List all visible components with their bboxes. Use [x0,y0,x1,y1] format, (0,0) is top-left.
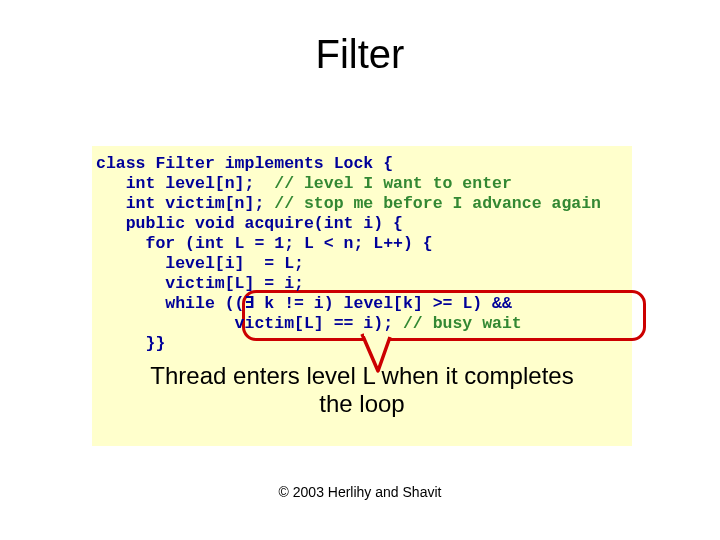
code-line-4: public void acquire(int i) { [96,214,403,233]
code-block: class Filter implements Lock { int level… [92,146,632,446]
explain-line-1: Thread enters level L when it completes [150,362,573,389]
code-line-10: }} [96,334,165,353]
slide-title: Filter [0,32,720,77]
code-line-2a: int level[n]; [96,174,274,193]
code-line-9a: victim[L] == i); [96,314,403,333]
code-line-8: while ((∃ k != i) level[k] >= L) && [96,294,512,313]
code-line-6: level[i] = L; [96,254,304,273]
code-content: class Filter implements Lock { int level… [96,154,628,354]
explanation-text: Thread enters level L when it completes … [92,362,632,418]
explain-line-2: the loop [319,390,404,417]
code-comment-9: // busy wait [403,314,522,333]
code-line-3a: int victim[n]; [96,194,274,213]
code-line-1: class Filter implements Lock { [96,154,393,173]
code-line-5: for (int L = 1; L < n; L++) { [96,234,433,253]
copyright-text: © 2003 Herlihy and Shavit [0,484,720,500]
code-comment-3: // stop me before I advance again [274,194,601,213]
slide: Filter class Filter implements Lock { in… [0,32,720,540]
code-line-7: victim[L] = i; [96,274,304,293]
code-comment-2: // level I want to enter [274,174,512,193]
